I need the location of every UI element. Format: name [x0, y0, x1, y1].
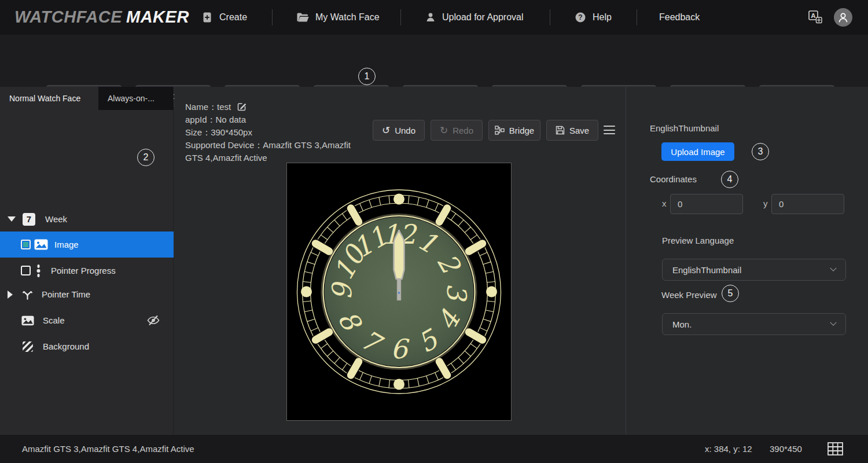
sidebar-item-image[interactable]: Image: [0, 232, 174, 258]
preview-language-dropdown[interactable]: EnglishThumbnail: [662, 259, 846, 281]
annotation-5: 5: [722, 285, 739, 302]
supported-device-line: Supported Device：Amazfit GTS 3,Amazfit G…: [185, 139, 358, 164]
grid-toggle-icon[interactable]: [827, 442, 843, 455]
annotation-4: 4: [721, 171, 738, 188]
y-label: y: [763, 199, 768, 208]
nav-create[interactable]: Create: [201, 0, 247, 35]
file-plus-icon: [201, 12, 213, 23]
sidebar-item-scale-label: Scale: [43, 315, 65, 325]
x-coordinate-input[interactable]: [670, 194, 743, 214]
scale-image-icon: [21, 315, 34, 326]
bridge-label: Bridge: [509, 126, 534, 135]
bridge-icon: [495, 126, 505, 135]
annotation-1: 1: [358, 68, 376, 85]
annotation-2: 2: [137, 149, 155, 166]
sidebar-item-pointer-time[interactable]: Pointer Time: [0, 281, 174, 307]
sidebar-item-week-label: Week: [45, 214, 67, 224]
tab-always-on[interactable]: Always-on-...: [98, 87, 174, 110]
pointer-progress-icon: [36, 264, 41, 277]
nav-upload-for-approval[interactable]: Upload for Approval: [425, 0, 524, 35]
app-header: WATCHFACEMAKER Create My Watch Face Uplo…: [0, 0, 868, 35]
sidebar-item-background-label: Background: [43, 341, 89, 351]
sidebar-item-pointer-progress[interactable]: Pointer Progress: [0, 258, 174, 284]
redo-icon: ↻: [440, 126, 448, 135]
help-icon: ?: [575, 12, 586, 23]
tab-normal-watch-face[interactable]: Normal Watch Face: [0, 87, 98, 110]
editor-main-area: Name：test appId：No data Size：390*450px S…: [174, 87, 626, 434]
redo-button[interactable]: ↻ Redo: [431, 120, 483, 141]
status-cursor-position: x: 384, y: 12: [705, 444, 752, 454]
annotation-3: 3: [752, 143, 769, 160]
sidebar-item-scale[interactable]: Scale: [0, 307, 174, 333]
svg-text:6: 6: [391, 333, 410, 365]
watchface-info: Name：test appId：No data Size：390*450px S…: [185, 101, 358, 164]
appid-line: appId：No data: [185, 113, 358, 126]
redo-label: Redo: [453, 126, 473, 135]
sidebar-item-background[interactable]: Background: [0, 333, 174, 359]
size-line: Size：390*450px: [185, 126, 358, 139]
nav-help[interactable]: ? Help: [575, 0, 612, 35]
language-translate-icon[interactable]: A: [808, 10, 823, 24]
bridge-button[interactable]: Bridge: [488, 120, 540, 141]
y-coordinate-input[interactable]: [771, 194, 844, 214]
week-preview-dropdown[interactable]: Mon.: [662, 313, 846, 335]
svg-text:A: A: [811, 12, 815, 19]
save-floppy-icon: [556, 126, 565, 135]
svg-text:?: ?: [578, 13, 582, 21]
background-stripes-icon: [22, 341, 34, 352]
week-preview-value: Mon.: [672, 319, 692, 329]
properties-panel: EnglishThumbnail Upload Image Coordinate…: [626, 87, 868, 434]
pointer-progress-checkbox[interactable]: [21, 266, 31, 275]
undo-button[interactable]: ↺ Undo: [373, 120, 425, 141]
save-button[interactable]: Save: [546, 120, 598, 141]
pointer-time-icon: [21, 288, 34, 300]
tab-always-on-label: Always-on-...: [108, 94, 155, 103]
tab-normal-watch-face-label: Normal Watch Face: [9, 94, 80, 103]
save-label: Save: [569, 126, 589, 135]
eye-off-icon[interactable]: [147, 315, 160, 326]
undo-label: Undo: [395, 126, 415, 135]
caret-down-icon[interactable]: [8, 216, 16, 222]
week-badge: 7: [23, 213, 35, 226]
folder-icon: [296, 12, 309, 23]
watchface-preview: 123456789101112: [287, 163, 511, 420]
logo-watchface: WATCHFACE: [14, 8, 122, 26]
chevron-down-icon: [830, 319, 836, 326]
name-value: test: [217, 102, 231, 112]
nav-create-label: Create: [219, 12, 247, 23]
upload-image-button[interactable]: Upload Image: [661, 142, 734, 161]
watchface-name-line: Name：test: [185, 101, 358, 113]
logo-maker: MAKER: [126, 8, 189, 26]
sidebar-item-pointer-time-label: Pointer Time: [42, 289, 90, 299]
nav-my-watch-face[interactable]: My Watch Face: [296, 0, 380, 35]
week-preview-label: Week Preview: [661, 290, 717, 300]
nav-divider: [400, 9, 401, 25]
nav-divider: [272, 9, 273, 25]
image-icon: [34, 239, 48, 250]
nav-upload-for-approval-label: Upload for Approval: [442, 12, 524, 23]
caret-right-icon[interactable]: [8, 291, 13, 299]
thumbnail-label: EnglishThumbnail: [650, 123, 719, 133]
name-label: Name：: [185, 102, 217, 112]
nav-feedback-label: Feedback: [659, 12, 700, 23]
x-label: x: [662, 199, 667, 208]
user-avatar[interactable]: [834, 8, 852, 27]
nav-divider: [637, 9, 637, 25]
sidebar-item-image-label: Image: [54, 240, 79, 249]
preview-language-value: EnglishThumbnail: [672, 265, 741, 275]
component-toolbar: Compo... Backgr... Time Date Workou... W…: [0, 35, 868, 87]
sidebar-item-week[interactable]: 7 Week: [0, 206, 174, 232]
menu-hamburger-icon[interactable]: [604, 126, 615, 134]
undo-icon: ↺: [382, 126, 390, 135]
edit-name-icon[interactable]: [237, 102, 247, 111]
nav-divider: [550, 9, 550, 25]
svg-text:3: 3: [441, 283, 472, 302]
preview-language-label: Preview Language: [662, 236, 734, 245]
status-canvas-size: 390*450: [770, 444, 802, 454]
layers-sidebar: Normal Watch Face Always-on-... 7 Week I…: [0, 87, 174, 434]
image-checkbox[interactable]: [21, 240, 31, 249]
nav-feedback[interactable]: Feedback: [659, 0, 700, 35]
watch-canvas[interactable]: 123456789101112: [286, 163, 512, 421]
app-logo: WATCHFACEMAKER: [14, 8, 189, 27]
checkbox-checked-fill: [23, 242, 28, 247]
